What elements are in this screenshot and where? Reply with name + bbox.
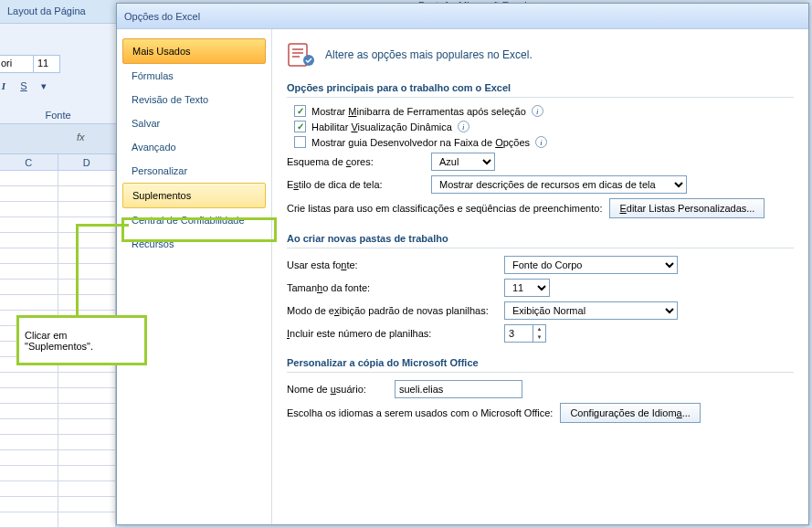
- sidebar-item-formulas[interactable]: Fórmulas: [122, 64, 266, 88]
- select-fonte[interactable]: Fonte do Corpo: [504, 256, 678, 274]
- sidebar-item-mais-usados[interactable]: Mais Usados: [122, 38, 266, 64]
- options-icon: [287, 40, 316, 69]
- select-esquema-cores[interactable]: Azul: [431, 153, 495, 171]
- annotation-callout: Clicar em "Suplementos".: [16, 315, 147, 365]
- info-icon[interactable]: i: [458, 121, 469, 132]
- input-nome-usuario[interactable]: [395, 380, 522, 398]
- btn-config-idioma[interactable]: Configurações de Idioma...: [560, 403, 700, 423]
- sidebar-item-avancado[interactable]: Avançado: [122, 135, 266, 159]
- info-icon[interactable]: i: [535, 136, 547, 148]
- checkbox-icon: [294, 136, 306, 148]
- input-num-planilhas[interactable]: [505, 325, 533, 342]
- label-tamanho-fonte: Tamanho da fonte:: [287, 282, 497, 293]
- row-nome-usuario: Nome de usuário:: [287, 380, 794, 398]
- label-fonte: Usar esta fonte:: [287, 259, 497, 270]
- row-estilo-dica: Estilo de dica de tela: Mostrar descriçõ…: [287, 175, 794, 194]
- spinner-down-icon[interactable]: ▼: [533, 333, 545, 342]
- sidebar-item-recursos[interactable]: Recursos: [122, 232, 266, 256]
- sidebar-item-salvar[interactable]: Salvar: [122, 111, 266, 135]
- label-esquema-cores: Esquema de cores:: [287, 156, 424, 167]
- italic-button[interactable]: I: [0, 79, 11, 93]
- annotation-line1: Clicar em: [25, 330, 139, 341]
- font-style-buttons: I S ▾: [0, 79, 51, 93]
- sidebar-item-central[interactable]: Central de Confiabilidade: [122, 208, 266, 232]
- checkbox-label: Mostrar guia Desenvolvedor na Faixa de O…: [311, 137, 530, 148]
- row-fonte: Usar esta fonte: Fonte do Corpo: [287, 256, 794, 274]
- underline-button[interactable]: S: [16, 79, 31, 93]
- row-modo-exibicao: Modo de exibição padrão de novas planilh…: [287, 301, 794, 320]
- checkbox-label: Habilitar Visualização Dinâmica: [311, 121, 452, 132]
- checkbox-icon: ✓: [294, 121, 306, 132]
- font-size-box[interactable]: 11: [33, 55, 60, 73]
- sidebar-item-personalizar[interactable]: Personalizar: [122, 159, 266, 183]
- checkbox-label: Mostrar Minibarra de Ferramentas após se…: [311, 106, 526, 117]
- dialog-sidebar: Mais Usados Fórmulas Revisão de Texto Sa…: [117, 29, 272, 524]
- pane-header-text: Altere as opções mais populares no Excel…: [325, 48, 533, 61]
- ribbon-font-group: ori 11 I S ▾ Fonte: [0, 24, 116, 124]
- text-idiomas: Escolha os idiomas a serem usados com o …: [287, 407, 553, 418]
- row-esquema-cores: Esquema de cores: Azul: [287, 153, 794, 171]
- spinner-num-planilhas[interactable]: ▲▼: [504, 324, 546, 343]
- checkbox-visualizacao[interactable]: ✓ Habilitar Visualização Dinâmica i: [294, 121, 794, 132]
- checkbox-minibarra[interactable]: ✓ Mostrar Minibarra de Ferramentas após …: [294, 105, 794, 117]
- font-dropdown-icon[interactable]: ▾: [37, 79, 51, 93]
- ribbon-tab-label[interactable]: Layout da Página: [0, 0, 116, 24]
- annotation-connector-h: [76, 224, 129, 227]
- label-nome-usuario: Nome de usuário:: [287, 384, 387, 395]
- label-num-planilhas: Incluir este número de planilhas:: [287, 328, 497, 339]
- btn-editar-listas[interactable]: Editar Listas Personalizadas...: [609, 198, 765, 218]
- column-headers[interactable]: C D: [0, 154, 116, 171]
- ribbon-group-label: Fonte: [0, 110, 116, 121]
- section-personalizar-title: Personalizar a cópia do Microsoft Office: [287, 354, 794, 373]
- dialog-titlebar[interactable]: Opções do Excel: [117, 4, 808, 29]
- row-num-planilhas: Incluir este número de planilhas: ▲▼: [287, 324, 794, 343]
- row-listas: Crie listas para uso em classificações e…: [287, 198, 794, 218]
- checkbox-icon: ✓: [294, 105, 306, 117]
- excel-options-dialog: Opções do Excel Mais Usados Fórmulas Rev…: [116, 3, 809, 525]
- select-tamanho-fonte[interactable]: 11: [504, 279, 550, 297]
- label-modo-exibicao: Modo de exibição padrão de novas planilh…: [287, 305, 497, 316]
- section-principal-title: Opções principais para o trabalho com o …: [287, 79, 794, 98]
- section-novas-pastas-title: Ao criar novas pastas de trabalho: [287, 229, 794, 248]
- annotation-line2: "Suplementos".: [25, 341, 139, 352]
- select-modo-exibicao[interactable]: Exibição Normal: [504, 301, 678, 320]
- dialog-main-pane: Altere as opções mais populares no Excel…: [272, 29, 808, 524]
- info-icon[interactable]: i: [532, 105, 543, 117]
- text-listas: Crie listas para uso em classificações e…: [287, 203, 602, 214]
- row-idiomas: Escolha os idiomas a serem usados com o …: [287, 403, 794, 423]
- dialog-title: Opções do Excel: [124, 11, 200, 22]
- fx-label[interactable]: fx: [77, 132, 85, 143]
- label-estilo-dica: Estilo de dica de tela:: [287, 179, 424, 190]
- spinner-up-icon[interactable]: ▲: [533, 325, 545, 333]
- sidebar-item-revisao[interactable]: Revisão de Texto: [122, 88, 266, 111]
- pane-header: Altere as opções mais populares no Excel…: [287, 35, 794, 79]
- row-tamanho-fonte: Tamanho da fonte: 11: [287, 279, 794, 297]
- col-header-d[interactable]: D: [58, 154, 117, 170]
- annotation-connector-v: [76, 224, 79, 320]
- sidebar-item-suplementos[interactable]: Suplementos: [122, 183, 266, 208]
- select-estilo-dica[interactable]: Mostrar descrições de recursos em dicas …: [431, 175, 687, 194]
- col-header-c[interactable]: C: [0, 154, 58, 170]
- checkbox-desenvolvedor[interactable]: Mostrar guia Desenvolvedor na Faixa de O…: [294, 136, 794, 148]
